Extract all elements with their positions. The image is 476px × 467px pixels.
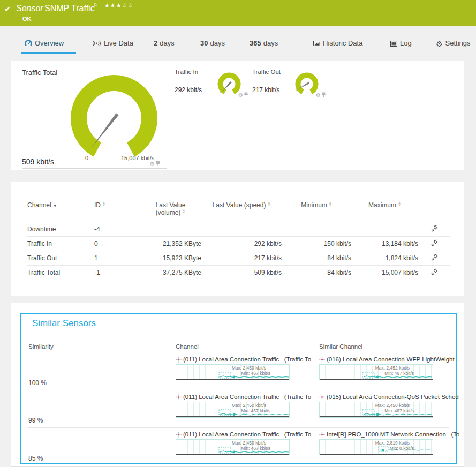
table-row: Downtime -4 — [27, 222, 450, 237]
similar-channel-minigraph: Max: 2,452 kbit/s Min: 467 kbit/s — [319, 364, 433, 380]
active-tab-underline — [21, 52, 76, 54]
cell-minimum: 150 kbit/s — [282, 237, 351, 251]
gauge-in-actions[interactable]: ⚙ — [238, 92, 248, 98]
svg-text:×: × — [220, 91, 222, 94]
gear-icon[interactable]: ⚙ — [238, 92, 243, 98]
gear-icon[interactable]: ⚙ — [316, 92, 321, 98]
ok-check-icon: ✔ — [4, 4, 11, 14]
move-icon[interactable] — [319, 357, 325, 363]
move-icon[interactable] — [176, 394, 182, 400]
edit-channel-gears-icon[interactable] — [431, 254, 438, 261]
cell-speed: 509 kbit/s — [201, 266, 282, 280]
gear-icon[interactable]: ⚙ — [149, 161, 155, 167]
prtg-sensor-page: ✔ Sensor SNMP Traffic ⚐ ★★★☆☆ OK Overvie… — [0, 0, 476, 467]
pin-icon[interactable] — [244, 92, 248, 97]
col-last-value-speed[interactable]: Last Value (speed)▲▼ — [201, 198, 282, 222]
status-badge: OK — [22, 16, 32, 22]
tab-live-data[interactable]: Live Data — [92, 39, 133, 48]
channel-link[interactable]: (011) Local Area Connection Traffic (Tra… — [176, 431, 318, 438]
cell-minimum — [282, 222, 351, 237]
col-channel[interactable]: Channel▼ — [27, 198, 94, 222]
flag-icon: ⚐ — [93, 2, 98, 8]
cell-maximum — [351, 222, 418, 237]
sensor-title: SNMP Traffic — [44, 4, 95, 13]
tab-historic-data[interactable]: Historic Data — [313, 39, 362, 48]
tab-30-days[interactable]: 30days — [200, 39, 225, 47]
sensor-type-label: Sensor — [16, 4, 43, 13]
cell-maximum: 15,007 kbit/s — [351, 266, 418, 280]
log-icon — [390, 40, 397, 48]
pin-icon[interactable] — [322, 92, 326, 97]
gauge-total-actions[interactable]: ⚙ — [149, 161, 160, 168]
cell-id: 0 — [94, 237, 140, 251]
similar-sensors-panel: Similar Sensors Similarity Channel Simil… — [11, 303, 464, 467]
traffic-total-gauge — [69, 73, 160, 164]
pin-icon[interactable] — [156, 161, 160, 167]
channel-table: Channel▼ ID▲▼ Last Value(volume)▲▼ Last … — [27, 198, 450, 280]
minigraph-max: Max: 2,450 kbit/s — [176, 365, 266, 371]
minigraph-min: Min: 467 kbit/s — [320, 408, 414, 413]
tab-2-days[interactable]: 2days — [154, 39, 175, 47]
minigraph-max: Max: 2,450 kbit/s — [176, 403, 266, 408]
col-similar-channel: Similar Channel — [319, 343, 362, 350]
gauge-total-value: 509 kbit/s — [22, 157, 54, 166]
divider — [252, 100, 333, 100]
cell-channel: Traffic In — [27, 237, 94, 251]
edit-channel-gears-icon[interactable] — [431, 239, 438, 246]
similar-channel-link[interactable]: (015) Local Area Connection-QoS Packet S… — [319, 394, 459, 400]
col-last-value-volume[interactable]: Last Value(volume)▲▼ — [140, 198, 201, 222]
cell-maximum: 1,824 kbit/s — [351, 251, 418, 266]
edit-channel-gears-icon[interactable] — [431, 268, 438, 275]
move-icon[interactable] — [319, 432, 325, 438]
cell-minimum: 84 kbit/s — [282, 266, 351, 280]
gear-icon: ⚙ — [436, 40, 443, 48]
sort-icon: ▲▼ — [329, 201, 332, 207]
similar-channel-link[interactable]: Intel[R] PRO_1000 MT Network Connection … — [319, 431, 459, 438]
cell-volume: 15,923 KByte — [140, 251, 201, 266]
gauge-out-value: 217 kbit/s — [252, 86, 279, 94]
similar-sensors-box: Similar Sensors Similarity Channel Simil… — [20, 313, 457, 464]
cell-channel: Traffic Total — [27, 266, 94, 280]
divider — [22, 168, 167, 169]
sort-desc-icon: ▼ — [53, 204, 57, 208]
minigraph-min: Min: 467 kbit/s — [176, 371, 270, 376]
move-icon[interactable] — [176, 432, 182, 438]
similar-sensor-row: 100 % (011) Local Area Connection Traffi… — [28, 353, 449, 390]
table-row: Traffic Total -1 37,275 KByte 509 kbit/s… — [27, 266, 450, 280]
similar-channel-link[interactable]: (016) Local Area Connection-WFP LightWei… — [319, 356, 459, 363]
priority-stars[interactable]: ★★★☆☆ — [104, 2, 133, 9]
channel-link[interactable]: (011) Local Area Connection Traffic (Tra… — [176, 356, 318, 363]
gauge-out-actions[interactable]: ⚙ — [316, 92, 326, 98]
cell-volume — [140, 222, 201, 237]
tab-overview[interactable]: Overview — [25, 39, 64, 48]
minigraph-max: Max: 2,452 kbit/s — [320, 365, 410, 371]
col-maximum[interactable]: Maximum▲▼ — [351, 198, 418, 222]
cell-maximum: 13,184 kbit/s — [351, 237, 418, 251]
channel-table-panel: Channel▼ ID▲▼ Last Value(volume)▲▼ Last … — [11, 182, 464, 296]
minigraph-min: Min: 467 kbit/s — [320, 371, 414, 376]
cell-id: 1 — [94, 251, 140, 266]
col-channel: Channel — [176, 343, 199, 350]
similar-channel-minigraph: Max: 2,819 kbit/s Min: 0 kbit/s — [319, 439, 433, 455]
cell-id: -1 — [94, 266, 140, 280]
cell-speed — [201, 222, 282, 237]
tab-365-days[interactable]: 365days — [250, 39, 278, 47]
gauge-in-value: 292 kbit/s — [175, 86, 202, 94]
col-id[interactable]: ID▲▼ — [94, 198, 140, 222]
edit-channel-gears-icon[interactable] — [431, 225, 438, 232]
table-header-row: Channel▼ ID▲▼ Last Value(volume)▲▼ Last … — [27, 198, 450, 222]
historic-chart-icon — [313, 40, 320, 48]
table-row: Traffic Out 1 15,923 KByte 217 kbit/s 84… — [27, 251, 450, 266]
move-icon[interactable] — [176, 357, 182, 363]
tab-settings[interactable]: ⚙Settings — [436, 39, 471, 48]
tab-log[interactable]: Log — [390, 39, 412, 48]
gauge-total-label: Traffic Total — [22, 69, 57, 77]
minigraph-min: Min: 467 kbit/s — [176, 446, 270, 451]
similarity-value: 100 % — [28, 379, 47, 387]
cell-speed: 292 kbit/s — [201, 237, 282, 251]
col-minimum[interactable]: Minimum▲▼ — [282, 198, 351, 222]
cell-id: -4 — [94, 222, 140, 237]
cell-channel: Downtime — [27, 222, 94, 237]
move-icon[interactable] — [319, 394, 325, 400]
channel-link[interactable]: (011) Local Area Connection Traffic (Tra… — [176, 394, 318, 400]
